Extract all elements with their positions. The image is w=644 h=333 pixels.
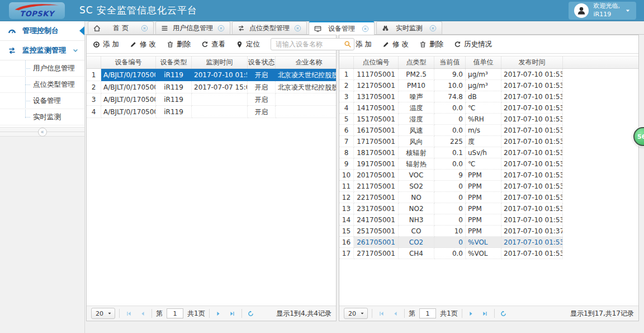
pencil-icon (382, 41, 390, 48)
topsky-logo: TOPSKY (9, 2, 65, 19)
reload-button[interactable] (246, 308, 256, 318)
app-header: TOPSKY SC 安全监管信息化云平台 欢迎光临, iR119 (0, 0, 644, 21)
cell: 湿度 (399, 114, 434, 125)
cell: A/BJLT/0/1705001 (101, 69, 156, 81)
table-row[interactable]: 17271705001CH40.0%VOL2017-07-10 01:53:21 (339, 248, 638, 259)
search-input[interactable] (271, 38, 354, 50)
record-summary: 显示1到17,共17记录 (570, 309, 634, 318)
cell: m/s (466, 125, 501, 136)
cell: PM2.5 (399, 69, 434, 80)
reload-button[interactable] (499, 308, 509, 318)
page-size-select[interactable]: 20 (344, 308, 368, 319)
sidebar-item-user-info[interactable]: 用户信息管理 (0, 60, 84, 77)
table-row[interactable]: 15251705001CO10PPM2017-07-10 01:37:01 (339, 226, 638, 237)
column-header: 点类型 (399, 57, 434, 68)
cell: 9.0 (434, 69, 466, 80)
next-page-button[interactable] (466, 308, 476, 318)
close-icon[interactable] (362, 25, 369, 32)
table-row[interactable]: 5151705001湿度0%RH2017-07-10 01:53:22 (339, 114, 638, 125)
cell: 2017-07-10 01:53:21 (501, 136, 563, 147)
next-page-button[interactable] (214, 308, 224, 318)
page-number-input[interactable] (167, 308, 183, 318)
cell: 171705001 (354, 136, 399, 147)
cell: A/BJLT/0/1705002 (101, 81, 156, 93)
cell: 2017-07-10 01:53:22 (501, 102, 563, 114)
swap-icon (238, 25, 245, 32)
page-size-select[interactable]: 20 (91, 308, 115, 319)
add-button[interactable]: 添 加 (93, 40, 119, 49)
table-row[interactable]: 16261705001CO20%VOL2017-07-10 01:53:22 (339, 237, 638, 248)
cell: 74.8 (434, 91, 466, 102)
table-row[interactable]: 6161705001风速0.0m/s2017-07-10 01:53:21 (339, 125, 638, 136)
history-button[interactable]: 历史情况 (454, 40, 492, 49)
sidebar-group-monitoring[interactable]: 监控监测管理 (0, 41, 84, 60)
row-number: 16 (339, 237, 354, 248)
table-row[interactable]: 1111705001PM2.59.0μg/m³2017-07-10 01:53:… (339, 69, 638, 80)
cell: 北京凌天世纪控股股份有限公司 (276, 69, 336, 81)
table-row[interactable]: 12221705001NO0PPM2017-07-10 01:53:21 (339, 192, 638, 203)
table-row[interactable]: 13231705001NO20PPM2017-07-10 01:53:22 (339, 203, 638, 214)
user-menu[interactable]: 欢迎光临, iR119 (569, 2, 637, 20)
cell: PPM (466, 192, 501, 203)
view-button[interactable]: 查看 (201, 40, 225, 49)
table-row[interactable]: 2121705001PM1010.0μg/m³2017-07-10 01:53:… (339, 80, 638, 91)
cell: ℃ (466, 158, 501, 170)
avatar (574, 3, 589, 18)
close-icon[interactable] (429, 25, 437, 32)
row-number: 3 (87, 93, 101, 106)
cell: iR119 (156, 81, 192, 93)
table-row[interactable]: 14241705001NH30PPM2017-07-10 01:53:21 (339, 214, 638, 226)
table-row[interactable]: 7171705001风向225度2017-07-10 01:53:21 (339, 136, 638, 147)
delete-button[interactable]: 删除 (419, 40, 443, 49)
table-row[interactable]: 9191705001辐射热0.0℃2017-07-10 01:53:21 (339, 158, 638, 170)
table-row[interactable]: 3A/BJLT/0/1705003iR119开启 (87, 93, 336, 106)
table-row[interactable]: 4A/BJLT/0/1705004iR119开启 (87, 106, 336, 118)
table-row[interactable]: 11211705001SO20PPM2017-07-10 01:53:22 (339, 181, 638, 192)
page-number-input[interactable] (419, 308, 436, 318)
close-icon[interactable] (294, 25, 301, 32)
pin-icon (236, 41, 243, 48)
tab-realtime[interactable]: 实时监测 (376, 21, 442, 34)
edit-button[interactable]: 修 改 (130, 40, 156, 49)
tab-point-type[interactable]: 点位类型管理 (232, 21, 307, 34)
point-panel: 添 加 修 改 删除 历史情况 点位编号点类型当前值值单位发布时间1111705… (339, 35, 639, 321)
tab-user-info[interactable]: 用户信息管理 (155, 21, 230, 34)
close-icon[interactable] (141, 25, 148, 32)
edit-button[interactable]: 修 改 (382, 40, 409, 49)
tab-device-mgmt[interactable]: 设备管理 (309, 21, 375, 35)
cell: 0 (434, 181, 466, 192)
search-icon[interactable] (344, 40, 352, 48)
table-row[interactable]: 4141705001温度0.0℃2017-07-10 01:53:22 (339, 102, 638, 114)
table-row[interactable]: 8181705001核辐射0.1uSv/h2017-07-10 01:53:21 (339, 147, 638, 158)
sidebar-item-device-mgmt[interactable]: 设备管理 (0, 93, 84, 109)
app-window: TOPSKY SC 安全监管信息化云平台 欢迎光临, iR119 56 管理控制… (0, 0, 644, 333)
tab-home[interactable]: 首 页 (88, 21, 154, 34)
locate-button[interactable]: 定位 (236, 40, 260, 49)
cell: 2017-07-10 01:53:21 (501, 80, 563, 91)
dashboard-icon (8, 27, 16, 35)
table-row[interactable]: 10201705001VOC9PPM2017-07-10 01:53:22 (339, 170, 638, 181)
close-icon[interactable] (217, 25, 225, 32)
table-header: 设备编号设备类型监测时间设备状态企业名称 (87, 56, 336, 69)
sidebar-item-point-type[interactable]: 点位类型管理 (0, 77, 84, 93)
table-row[interactable]: 2A/BJLT/0/1705002iR1192017-07-07 15:03:0… (87, 81, 336, 93)
prev-page-button[interactable] (138, 308, 148, 318)
cell (276, 93, 336, 106)
delete-button[interactable]: 删除 (167, 40, 191, 49)
first-page-button[interactable] (376, 308, 386, 318)
last-page-button[interactable] (480, 308, 490, 318)
cell: 211705001 (354, 181, 399, 192)
cell: 0 (434, 237, 466, 248)
first-page-button[interactable] (124, 308, 134, 318)
sidebar-collapse-button[interactable]: « (0, 127, 84, 137)
prev-page-button[interactable] (390, 308, 400, 318)
sidebar-item-console[interactable]: 管理控制台 (0, 21, 84, 41)
row-number: 15 (339, 226, 354, 237)
row-number: 11 (339, 181, 354, 192)
cell: 0 (434, 114, 466, 125)
row-number: 2 (87, 81, 101, 93)
sidebar-item-realtime[interactable]: 实时监测 (0, 109, 84, 125)
table-row[interactable]: 1A/BJLT/0/1705001iR1192017-07-10 01:53:2… (87, 69, 336, 81)
table-row[interactable]: 3131705001噪声74.8dB2017-07-10 01:53:22 (339, 91, 638, 102)
last-page-button[interactable] (228, 308, 238, 318)
